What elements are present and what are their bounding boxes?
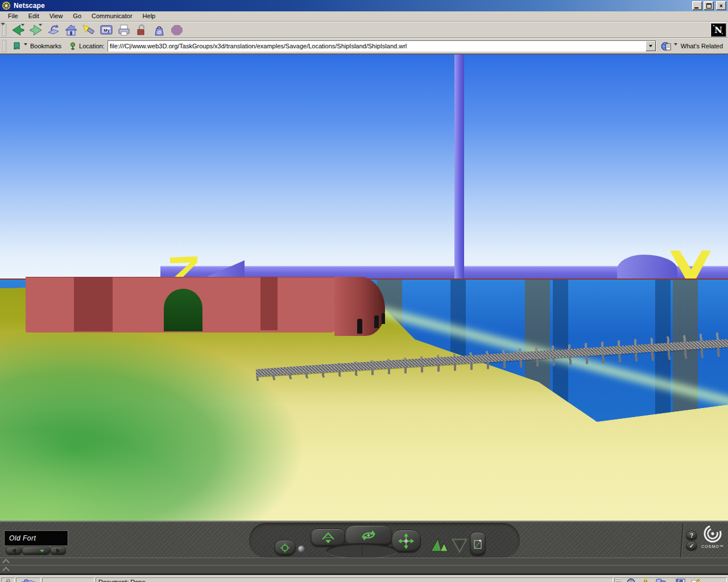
reload-icon xyxy=(47,24,60,36)
window-title: Netscape xyxy=(14,2,691,10)
edit-button[interactable] xyxy=(470,532,486,556)
next-viewpoint-button[interactable] xyxy=(50,547,66,555)
menu-file[interactable]: File xyxy=(3,11,23,21)
seek-crosshair-icon xyxy=(280,543,290,553)
online-status[interactable] xyxy=(16,577,41,582)
composer-icon[interactable] xyxy=(690,578,700,582)
restore-icon xyxy=(706,3,712,9)
undo-icon xyxy=(429,535,450,554)
location-input[interactable] xyxy=(108,42,646,50)
component-bar-grip[interactable] xyxy=(616,579,621,582)
pan-icon xyxy=(398,533,414,549)
tilt-icon xyxy=(320,531,337,544)
preferences-button[interactable]: ✓ xyxy=(686,541,697,551)
whats-related-button[interactable]: What's Related xyxy=(656,41,726,51)
bookmarks-label: Bookmarks xyxy=(30,43,61,49)
prev-viewpoint-button[interactable] xyxy=(6,547,22,555)
dashboard-bottom-edge xyxy=(0,573,728,575)
cosmo-logo[interactable]: COSMO™ xyxy=(698,524,727,548)
back-button[interactable] xyxy=(9,23,27,37)
fort-window xyxy=(382,313,385,324)
location-bar-grip[interactable] xyxy=(1,40,7,52)
stop-icon xyxy=(170,24,184,36)
chevron-down-icon xyxy=(40,550,44,552)
security-status[interactable] xyxy=(1,577,15,582)
security-icon xyxy=(135,24,148,36)
progress-bar xyxy=(42,577,94,582)
scene-sky xyxy=(0,55,728,280)
dashboard-strip-1[interactable] xyxy=(0,558,728,566)
whats-related-icon xyxy=(661,41,672,51)
netscape-app-icon xyxy=(2,1,11,10)
bookmarks-dropdown-icon xyxy=(24,43,27,45)
fort-gate xyxy=(164,289,202,331)
menu-view[interactable]: View xyxy=(44,11,68,21)
redo-button[interactable] xyxy=(450,537,469,554)
dashboard-ball xyxy=(298,546,305,552)
component-bar xyxy=(614,577,727,582)
forward-button[interactable] xyxy=(27,23,44,37)
cosmo-logo-text: COSMO™ xyxy=(698,544,727,548)
vrml-3d-viewport[interactable] xyxy=(0,54,728,521)
stop-button[interactable] xyxy=(168,23,185,37)
close-button[interactable]: × xyxy=(716,1,726,10)
discussions-icon[interactable] xyxy=(656,578,666,582)
search-button[interactable] xyxy=(80,23,97,37)
location-dropdown-button[interactable] xyxy=(646,41,656,51)
fort-wall-dark-panel xyxy=(260,277,278,330)
print-icon xyxy=(117,24,131,36)
location-icon[interactable] xyxy=(69,42,77,51)
status-bar: Document: Done xyxy=(0,575,728,582)
viewpoint-display: Old Fort xyxy=(5,531,68,546)
fort-window xyxy=(357,319,362,334)
search-icon xyxy=(82,24,96,36)
shop-button[interactable]: @ xyxy=(150,23,168,37)
minimize-icon xyxy=(694,7,698,9)
print-button[interactable] xyxy=(115,23,133,37)
address-book-icon[interactable] xyxy=(676,578,685,582)
menu-help[interactable]: Help xyxy=(138,11,161,21)
viewpoint-label: Old Fort xyxy=(9,534,36,542)
back-dropdown-icon[interactable] xyxy=(21,24,24,26)
redo-icon xyxy=(450,537,469,554)
menu-communicator[interactable]: Communicator xyxy=(86,11,138,21)
throbber-letter: N xyxy=(714,25,722,35)
location-toolbar: Bookmarks Location: What's Related xyxy=(0,38,728,54)
reload-button[interactable] xyxy=(44,23,62,37)
help-button[interactable]: ? xyxy=(686,531,697,541)
viewpoint-list-button[interactable] xyxy=(22,547,50,555)
bookmarks-button[interactable]: Bookmarks xyxy=(9,41,64,52)
navigator-icon[interactable] xyxy=(626,578,636,582)
mailbox-icon[interactable] xyxy=(641,578,651,582)
menu-go[interactable]: Go xyxy=(68,11,86,21)
document-status: Document: Done xyxy=(96,577,613,582)
padlock-open-icon xyxy=(5,579,12,582)
restore-button[interactable] xyxy=(704,1,714,10)
seek-button[interactable] xyxy=(274,540,296,556)
rotate-button[interactable] xyxy=(345,525,392,546)
navigation-toolbar: My @ N xyxy=(0,22,728,38)
fort-window xyxy=(374,315,379,328)
rotate-icon xyxy=(356,529,381,542)
netscape-window: Netscape × File Edit View Go Communicato… xyxy=(0,0,728,582)
forward-dropdown-icon[interactable] xyxy=(39,24,42,26)
shop-icon: @ xyxy=(152,24,166,36)
whats-related-label: What's Related xyxy=(681,43,723,49)
chevron-down-icon xyxy=(649,45,652,47)
toolbar-collapse-icon[interactable] xyxy=(1,23,5,26)
netscape-throbber[interactable]: N xyxy=(710,23,726,37)
my-netscape-button[interactable]: My xyxy=(97,23,115,37)
minimize-button[interactable] xyxy=(692,1,702,10)
cosmo-dashboard: Old Fort ? ✓ COSM xyxy=(0,521,728,575)
touchpad[interactable] xyxy=(326,543,397,558)
menu-edit[interactable]: Edit xyxy=(23,11,44,21)
title-bar[interactable]: Netscape × xyxy=(0,0,728,11)
security-button[interactable] xyxy=(133,23,150,37)
my-netscape-icon: My xyxy=(100,24,113,36)
edit-icon xyxy=(473,538,482,550)
undo-button[interactable] xyxy=(429,535,450,554)
location-field-wrap xyxy=(107,40,656,52)
home-button[interactable] xyxy=(62,23,80,37)
tilt-button[interactable] xyxy=(311,529,346,547)
scene-flagpole xyxy=(454,55,464,280)
